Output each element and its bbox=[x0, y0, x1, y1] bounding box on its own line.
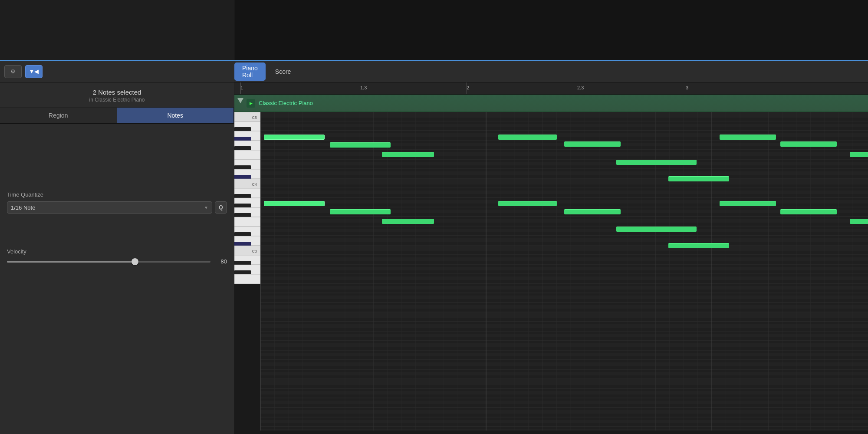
params-area: Time Quantize 1/16 Note ▼ Q Velocity bbox=[0, 124, 234, 434]
note-4[interactable] bbox=[498, 135, 557, 140]
timeline-markers: 1 1.3 2 2.3 3 bbox=[234, 82, 868, 94]
timeline-ruler: 1 1.3 2 2.3 3 bbox=[234, 82, 868, 95]
note-10[interactable] bbox=[264, 201, 325, 206]
svg-text:C4: C4 bbox=[252, 182, 257, 187]
piano-keys-group[interactable]: C5 bbox=[234, 112, 260, 284]
main-editor: ⚙ ▼◀ Piano Roll Score 2 Notes selected i… bbox=[0, 61, 868, 434]
velocity-slider-thumb[interactable] bbox=[132, 258, 138, 265]
filter-button[interactable]: ▼◀ bbox=[25, 65, 43, 78]
note-8[interactable] bbox=[780, 141, 837, 147]
track-name: Classic Electric Piano bbox=[259, 100, 313, 106]
horizontal-scrollbar[interactable] bbox=[234, 431, 868, 434]
svg-text:C5: C5 bbox=[252, 115, 257, 120]
note-11[interactable] bbox=[330, 209, 391, 214]
view-tabs-container: Piano Roll Score bbox=[234, 61, 307, 82]
top-area bbox=[0, 0, 868, 61]
note-2[interactable] bbox=[330, 142, 391, 148]
info-section: 2 Notes selected in Classic Electric Pia… bbox=[0, 82, 234, 108]
beat-line-3 bbox=[686, 82, 686, 94]
instrument-label: in Classic Electric Piano bbox=[7, 97, 227, 103]
note-3[interactable] bbox=[382, 152, 434, 157]
svg-rect-8 bbox=[234, 150, 260, 160]
playhead-marker bbox=[237, 98, 243, 103]
note-13[interactable] bbox=[498, 201, 557, 206]
velocity-value: 80 bbox=[215, 258, 227, 265]
grid-svg bbox=[260, 112, 868, 431]
top-left-panel bbox=[0, 0, 234, 60]
note-12[interactable] bbox=[382, 219, 434, 224]
note-15[interactable] bbox=[616, 227, 697, 232]
svg-rect-47 bbox=[260, 112, 868, 431]
velocity-label: Velocity bbox=[7, 248, 227, 255]
selected-notes-label: 2 Notes selected bbox=[7, 89, 227, 96]
time-quantize-select[interactable]: 1/16 Note ▼ bbox=[7, 201, 212, 214]
piano-grid-area: C5 bbox=[234, 112, 868, 431]
select-arrow-icon: ▼ bbox=[204, 205, 208, 210]
note-18[interactable] bbox=[850, 219, 868, 224]
note-16[interactable] bbox=[720, 201, 776, 206]
score-tab[interactable]: Score bbox=[267, 66, 299, 77]
note-17[interactable] bbox=[780, 209, 837, 214]
track-header-strip: ▶ Classic Electric Piano bbox=[234, 95, 868, 112]
svg-rect-45 bbox=[260, 112, 868, 431]
beat-line-2 bbox=[467, 82, 467, 94]
track-play-button[interactable]: ▶ bbox=[247, 99, 255, 108]
region-tab[interactable]: Region bbox=[0, 108, 117, 123]
svg-rect-21 bbox=[234, 217, 260, 227]
note-6[interactable] bbox=[616, 160, 697, 165]
note-9[interactable] bbox=[850, 152, 868, 157]
note-20[interactable] bbox=[668, 243, 729, 248]
region-overlay bbox=[234, 95, 868, 112]
view-tab-group: Piano Roll Score bbox=[234, 62, 299, 81]
quantize-button[interactable]: Q bbox=[215, 201, 227, 214]
settings-icon: ⚙ bbox=[10, 68, 16, 75]
velocity-slider-track[interactable] bbox=[7, 261, 210, 263]
left-toolbar: ⚙ ▼◀ bbox=[0, 61, 234, 82]
marker-1-3: 1.3 bbox=[360, 85, 367, 90]
note-19[interactable] bbox=[668, 176, 729, 181]
top-right-panel bbox=[234, 0, 868, 60]
piano-roll-tab[interactable]: Piano Roll bbox=[234, 62, 266, 81]
filter-icon: ▼◀ bbox=[29, 68, 39, 75]
svg-rect-46 bbox=[260, 112, 868, 431]
panel-tabs: Region Notes bbox=[0, 108, 234, 124]
full-header-row: ⚙ ▼◀ Piano Roll Score bbox=[0, 61, 234, 82]
time-quantize-group: Time Quantize 1/16 Note ▼ Q bbox=[7, 191, 227, 214]
marker-2-3: 2.3 bbox=[577, 85, 584, 90]
piano-roll-header-spacer bbox=[234, 61, 868, 82]
note-14[interactable] bbox=[564, 209, 621, 214]
time-quantize-row: 1/16 Note ▼ Q bbox=[7, 201, 227, 214]
play-icon: ▶ bbox=[250, 101, 253, 105]
velocity-slider-row: 80 bbox=[7, 258, 227, 265]
svg-rect-32 bbox=[234, 274, 260, 284]
svg-text:C3: C3 bbox=[252, 249, 257, 253]
note-1[interactable] bbox=[264, 135, 325, 140]
settings-button[interactable]: ⚙ bbox=[4, 65, 22, 78]
grid-scroll[interactable] bbox=[260, 112, 868, 431]
piano-roll-container: 1 1.3 2 2.3 3 ▶ Classic Electric Piano bbox=[234, 61, 868, 434]
note-5[interactable] bbox=[564, 141, 621, 147]
piano-keys: C5 bbox=[234, 112, 260, 431]
velocity-slider-fill bbox=[7, 261, 135, 263]
time-quantize-value: 1/16 Note bbox=[11, 204, 35, 211]
notes-tab[interactable]: Notes bbox=[117, 108, 234, 123]
left-panel: ⚙ ▼◀ Piano Roll Score 2 Notes selected i… bbox=[0, 61, 234, 434]
note-7[interactable] bbox=[720, 135, 776, 140]
piano-keys-svg: C5 bbox=[234, 112, 260, 416]
time-quantize-label: Time Quantize bbox=[7, 191, 227, 198]
beat-line-1 bbox=[240, 82, 241, 94]
velocity-group: Velocity 80 bbox=[7, 248, 227, 265]
